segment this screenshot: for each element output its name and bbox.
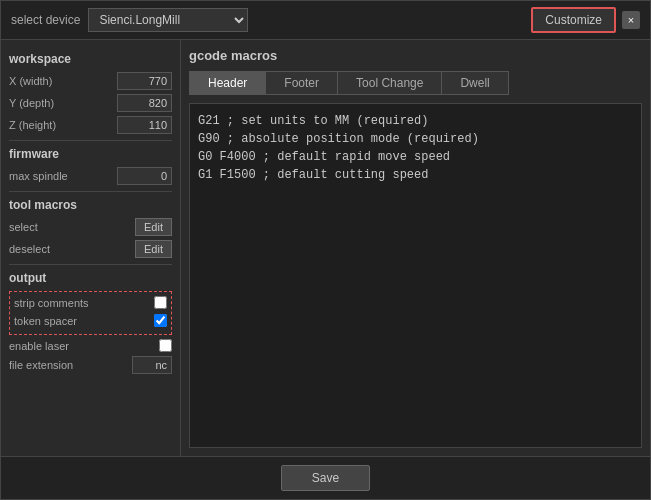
tab-dwell[interactable]: Dwell (441, 71, 508, 95)
z-label: Z (height) (9, 119, 56, 131)
file-extension-label: file extension (9, 359, 73, 371)
strip-comments-row: strip comments (14, 295, 167, 310)
tabs-row: Header Footer Tool Change Dwell (189, 71, 642, 95)
tool-macros-title: tool macros (9, 198, 172, 212)
z-field-row: Z (height) (9, 116, 172, 134)
max-spindle-label: max spindle (9, 170, 68, 182)
y-label: Y (depth) (9, 97, 54, 109)
deselect-row: deselect Edit (9, 240, 172, 258)
select-edit-button[interactable]: Edit (135, 218, 172, 236)
customize-button[interactable]: Customize (531, 7, 616, 33)
left-panel: workspace X (width) Y (depth) Z (height)… (1, 40, 181, 456)
enable-laser-label: enable laser (9, 340, 69, 352)
right-panel: gcode macros Header Footer Tool Change D… (181, 40, 650, 456)
token-spacer-checkbox[interactable] (154, 314, 167, 327)
dialog: select device Sienci.LongMill Customize … (0, 0, 651, 500)
token-spacer-row: token spacer (14, 313, 167, 328)
device-label: select device (11, 13, 80, 27)
x-input[interactable] (117, 72, 172, 90)
strip-comments-label: strip comments (14, 297, 89, 309)
select-row: select Edit (9, 218, 172, 236)
max-spindle-input[interactable] (117, 167, 172, 185)
max-spindle-row: max spindle (9, 167, 172, 185)
z-input[interactable] (117, 116, 172, 134)
token-spacer-label: token spacer (14, 315, 77, 327)
dialog-body: workspace X (width) Y (depth) Z (height)… (1, 40, 650, 456)
file-extension-row: file extension (9, 356, 172, 374)
enable-laser-checkbox[interactable] (159, 339, 172, 352)
x-field-row: X (width) (9, 72, 172, 90)
output-title: output (9, 271, 172, 285)
tab-footer[interactable]: Footer (265, 71, 337, 95)
save-button[interactable]: Save (281, 465, 370, 491)
dialog-header: select device Sienci.LongMill Customize … (1, 1, 650, 40)
x-label: X (width) (9, 75, 52, 87)
strip-comments-checkbox[interactable] (154, 296, 167, 309)
panel-title: gcode macros (189, 48, 642, 63)
dialog-footer: Save (1, 456, 650, 499)
device-select[interactable]: Sienci.LongMill (88, 8, 248, 32)
deselect-edit-button[interactable]: Edit (135, 240, 172, 258)
y-input[interactable] (117, 94, 172, 112)
y-field-row: Y (depth) (9, 94, 172, 112)
firmware-title: firmware (9, 147, 172, 161)
tab-header[interactable]: Header (189, 71, 265, 95)
device-row: select device Sienci.LongMill (11, 8, 248, 32)
enable-laser-row: enable laser (9, 338, 172, 353)
file-extension-input[interactable] (132, 356, 172, 374)
close-button[interactable]: × (622, 11, 640, 29)
gcode-editor[interactable]: G21 ; set units to MM (required) G90 ; a… (189, 103, 642, 448)
tab-tool-change[interactable]: Tool Change (337, 71, 441, 95)
workspace-title: workspace (9, 52, 172, 66)
deselect-label: deselect (9, 243, 50, 255)
select-label: select (9, 221, 38, 233)
